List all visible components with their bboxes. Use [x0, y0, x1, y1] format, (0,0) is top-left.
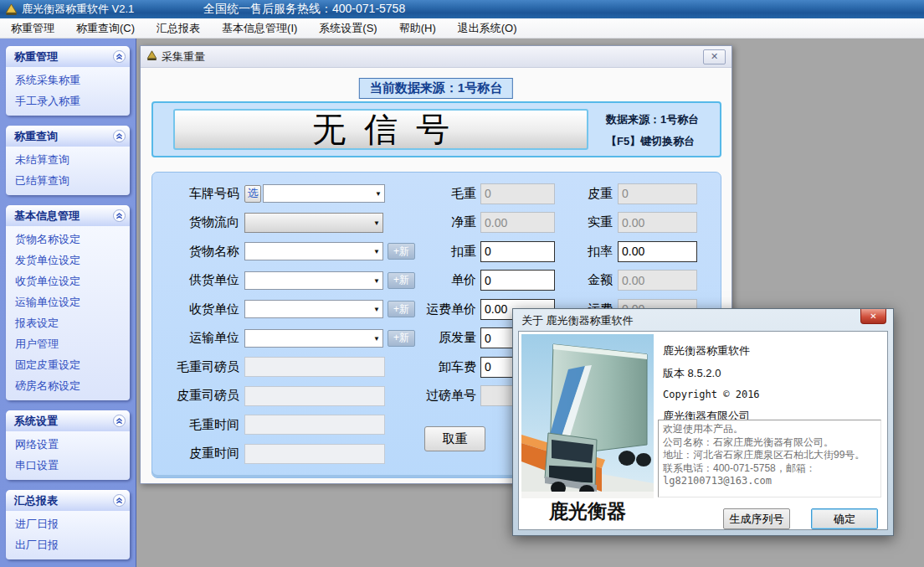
- sidebar-item-outbound-daily[interactable]: 出厂日报: [6, 534, 130, 555]
- sidebar-section-basic-info: 基本信息管理 货物名称设定 发货单位设定 收货单位设定 运输单位设定 报表设定 …: [6, 205, 130, 400]
- supplier-combo[interactable]: ▼: [244, 271, 383, 290]
- sidebar-item-manual-entry[interactable]: 手工录入称重: [6, 90, 130, 111]
- sidebar-item-fixed-tare[interactable]: 固定皮重设定: [6, 354, 130, 375]
- tare-operator-field[interactable]: [244, 386, 385, 406]
- chevron-down-icon: ▼: [373, 219, 380, 226]
- sidebar-item-goods-name[interactable]: 货物名称设定: [6, 229, 130, 250]
- deduct-weight-field[interactable]: [480, 241, 555, 262]
- close-icon[interactable]: ✕: [860, 309, 886, 324]
- plate-number-label: 车牌号码: [159, 186, 239, 202]
- capture-window-title: 采集重量: [162, 49, 205, 64]
- app-window: 鹿光衡器称重软件 V2.1 全国统一售后服务热线：400-071-5758 称重…: [0, 0, 924, 567]
- sidebar-section-header[interactable]: 基本信息管理: [6, 205, 130, 226]
- chevron-up-icon[interactable]: [113, 415, 126, 427]
- source-info-line1: 数据来源：1号称台: [606, 109, 720, 131]
- sidebar-item-receiver-unit[interactable]: 收货单位设定: [6, 271, 130, 291]
- title-bar: 鹿光衡器称重软件 V2.1 全国统一售后服务热线：400-071-5758: [0, 0, 924, 18]
- tare-weight-field: [618, 183, 697, 204]
- capture-window-titlebar[interactable]: 采集重量 ✕: [141, 46, 732, 68]
- form-row-tare-weight: 皮重: [568, 179, 697, 209]
- sidebar-section-header[interactable]: 汇总报表: [6, 490, 130, 511]
- sidebar-section-header[interactable]: 称重查询: [6, 126, 130, 147]
- form-row-goods-name: 货物名称 ▼ +新: [159, 237, 415, 266]
- menu-help[interactable]: 帮助(H): [388, 18, 447, 38]
- about-dialog: 关于 鹿光衡器称重软件 ✕: [512, 308, 894, 536]
- sidebar-item-unsettled-query[interactable]: 未结算查询: [6, 149, 130, 170]
- sidebar-item-transport-unit[interactable]: 运输单位设定: [6, 291, 130, 312]
- about-info-box: 欢迎使用本产品。 公司名称：石家庄鹿光衡器有限公司。 地址：河北省石家庄鹿泉区石…: [658, 420, 881, 497]
- chevron-up-icon[interactable]: [113, 50, 126, 63]
- form-row-deduct-rate: 扣率: [568, 237, 697, 266]
- generate-serial-button[interactable]: 生成序列号: [723, 508, 790, 529]
- menu-weighing-query[interactable]: 称重查询(C): [65, 18, 146, 38]
- sidebar-item-user-management[interactable]: 用户管理: [6, 333, 130, 354]
- gross-weight-field: [480, 183, 555, 204]
- form-right-column: 皮重 实重 扣率 金额: [568, 179, 697, 324]
- sidebar-item-settled-query[interactable]: 已结算查询: [6, 170, 130, 191]
- form-row-supplier: 供货单位 ▼ +新: [159, 266, 415, 296]
- menu-weighing-management[interactable]: 称重管理: [0, 18, 65, 38]
- about-product-name: 鹿光衡器称重软件: [663, 343, 750, 358]
- sidebar-item-network-settings[interactable]: 网络设置: [6, 434, 130, 455]
- unload-fee-label: 卸车费: [412, 359, 476, 375]
- form-row-gross-operator: 毛重司磅员: [159, 353, 415, 382]
- gross-operator-field[interactable]: [244, 357, 385, 377]
- goods-flow-combo[interactable]: ▼: [244, 213, 383, 233]
- chevron-up-icon[interactable]: [113, 209, 126, 222]
- gross-operator-label: 毛重司磅员: [159, 359, 239, 375]
- sidebar-item-system-capture[interactable]: 系统采集称重: [6, 70, 130, 90]
- ok-button[interactable]: 确定: [811, 508, 878, 529]
- menu-system-settings[interactable]: 系统设置(S): [308, 18, 388, 38]
- goods-name-combo[interactable]: ▼: [244, 242, 383, 260]
- form-row-plate-number: 车牌号码 选 ▼: [159, 179, 415, 209]
- chevron-down-icon: ▼: [375, 190, 382, 198]
- sidebar-item-serial-port-settings[interactable]: 串口设置: [6, 455, 130, 476]
- deduct-rate-label: 扣率: [568, 244, 613, 260]
- amount-label: 金额: [568, 272, 613, 288]
- chevron-down-icon: ▼: [373, 276, 380, 284]
- chevron-up-icon[interactable]: [113, 494, 126, 507]
- form-row-actual-weight: 实重: [568, 209, 697, 238]
- menu-basic-info[interactable]: 基本信息管理(I): [211, 18, 308, 38]
- deduct-rate-field[interactable]: [618, 241, 697, 262]
- info-line: 联系电话：400-071-5758，邮箱：: [663, 462, 876, 476]
- info-line: 地址：河北省石家庄鹿泉区石柏北大街99号。: [663, 449, 876, 462]
- receiver-combo[interactable]: ▼: [244, 300, 383, 318]
- close-icon[interactable]: ✕: [703, 49, 726, 64]
- sidebar-item-scale-house-name[interactable]: 磅房名称设定: [6, 375, 130, 396]
- sidebar-item-shipper-unit[interactable]: 发货单位设定: [6, 250, 130, 271]
- sidebar-section-title: 称重查询: [14, 129, 58, 144]
- menu-exit[interactable]: 退出系统(O): [447, 18, 528, 38]
- take-weight-button[interactable]: 取重: [424, 426, 485, 451]
- sidebar-section-weighing-query: 称重查询 未结算查询 已结算查询: [6, 126, 130, 195]
- unit-price-field[interactable]: [480, 270, 555, 291]
- sidebar: 称重管理 系统采集称重 手工录入称重 称重查询 未结算查询 已结算查询 基本信息…: [0, 39, 136, 567]
- brand-logo-text: 鹿光衡器: [521, 498, 654, 524]
- sidebar-section-title: 称重管理: [14, 49, 58, 64]
- sidebar-item-inbound-daily[interactable]: 进厂日报: [6, 513, 130, 534]
- transporter-combo[interactable]: ▼: [244, 329, 383, 348]
- chevron-up-icon[interactable]: [113, 130, 126, 142]
- plate-number-combo[interactable]: ▼: [263, 184, 385, 203]
- form-row-transporter: 运输单位 ▼ +新: [159, 324, 415, 353]
- tare-time-field[interactable]: [244, 444, 385, 464]
- sidebar-section-body: 系统采集称重 手工录入称重: [6, 67, 130, 116]
- form-row-amount: 金额: [568, 266, 697, 296]
- gross-time-label: 毛重时间: [159, 417, 239, 433]
- sidebar-section-header[interactable]: 称重管理: [6, 46, 130, 67]
- sidebar-item-report-setting[interactable]: 报表设定: [6, 312, 130, 333]
- unit-price-label: 单价: [412, 272, 476, 288]
- gross-time-field[interactable]: [244, 415, 385, 435]
- info-line: 公司名称：石家庄鹿光衡器有限公司。: [663, 436, 876, 450]
- about-version: 版本 8.5.2.0: [663, 366, 721, 381]
- freight-unit-price-label: 运费单价: [412, 302, 476, 317]
- ticket-number-label: 过磅单号: [412, 388, 476, 404]
- sidebar-section-header[interactable]: 系统设置: [6, 410, 130, 431]
- menu-summary-report[interactable]: 汇总报表: [146, 18, 211, 38]
- data-source-banner: 当前数据来源：1号称台: [359, 78, 513, 99]
- deduct-weight-label: 扣重: [412, 244, 476, 260]
- select-plate-button[interactable]: 选: [244, 185, 261, 203]
- sidebar-section-system-settings: 系统设置 网络设置 串口设置: [6, 410, 130, 480]
- actual-weight-label: 实重: [568, 214, 613, 230]
- sidebar-section-body: 货物名称设定 发货单位设定 收货单位设定 运输单位设定 报表设定 用户管理 固定…: [6, 226, 130, 400]
